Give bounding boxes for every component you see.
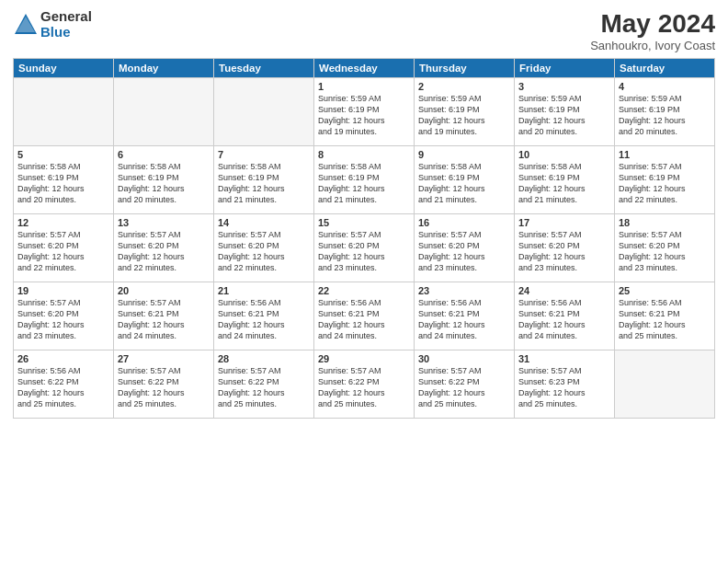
calendar-day-header: Wednesday (314, 59, 415, 78)
day-info: Sunrise: 5:58 AM Sunset: 6:19 PM Dayligh… (518, 161, 610, 206)
calendar-cell: 19Sunrise: 5:57 AM Sunset: 6:20 PM Dayli… (14, 282, 114, 350)
day-info: Sunrise: 5:59 AM Sunset: 6:19 PM Dayligh… (518, 93, 610, 138)
day-info: Sunrise: 5:57 AM Sunset: 6:20 PM Dayligh… (17, 229, 109, 274)
calendar-week-row: 19Sunrise: 5:57 AM Sunset: 6:20 PM Dayli… (14, 282, 715, 350)
calendar-week-row: 26Sunrise: 5:56 AM Sunset: 6:22 PM Dayli… (14, 350, 715, 419)
subtitle: Sanhoukro, Ivory Coast (590, 39, 715, 52)
svg-marker-1 (17, 17, 35, 32)
day-number: 16 (418, 217, 510, 228)
day-number: 2 (418, 81, 510, 92)
day-info: Sunrise: 5:58 AM Sunset: 6:19 PM Dayligh… (218, 161, 310, 206)
calendar-cell: 22Sunrise: 5:56 AM Sunset: 6:21 PM Dayli… (314, 282, 415, 350)
calendar-cell: 10Sunrise: 5:58 AM Sunset: 6:19 PM Dayli… (515, 146, 615, 214)
calendar-day-header: Thursday (415, 59, 515, 78)
day-number: 14 (218, 217, 310, 228)
day-number: 10 (518, 149, 610, 160)
calendar-cell: 25Sunrise: 5:56 AM Sunset: 6:21 PM Dayli… (615, 282, 715, 350)
calendar-header-row: SundayMondayTuesdayWednesdayThursdayFrid… (14, 59, 715, 78)
main-title: May 2024 (590, 9, 715, 39)
day-number: 29 (318, 353, 410, 364)
calendar-week-row: 5Sunrise: 5:58 AM Sunset: 6:19 PM Daylig… (14, 146, 715, 214)
calendar-cell: 21Sunrise: 5:56 AM Sunset: 6:21 PM Dayli… (214, 282, 314, 350)
day-info: Sunrise: 5:56 AM Sunset: 6:21 PM Dayligh… (619, 297, 711, 342)
logo-general: General (40, 9, 92, 25)
day-info: Sunrise: 5:58 AM Sunset: 6:19 PM Dayligh… (17, 161, 109, 206)
calendar-cell: 15Sunrise: 5:57 AM Sunset: 6:20 PM Dayli… (314, 214, 415, 282)
calendar-day-header: Tuesday (214, 59, 314, 78)
calendar-week-row: 12Sunrise: 5:57 AM Sunset: 6:20 PM Dayli… (14, 214, 715, 282)
calendar-cell: 1Sunrise: 5:59 AM Sunset: 6:19 PM Daylig… (314, 78, 415, 146)
calendar-cell: 14Sunrise: 5:57 AM Sunset: 6:20 PM Dayli… (214, 214, 314, 282)
calendar-cell: 18Sunrise: 5:57 AM Sunset: 6:20 PM Dayli… (615, 214, 715, 282)
day-info: Sunrise: 5:56 AM Sunset: 6:21 PM Dayligh… (518, 297, 610, 342)
day-number: 20 (118, 285, 210, 296)
calendar-cell (14, 78, 114, 146)
calendar-cell (114, 78, 214, 146)
header: General Blue May 2024 Sanhoukro, Ivory C… (13, 9, 715, 52)
day-number: 4 (619, 81, 711, 92)
day-number: 24 (518, 285, 610, 296)
day-info: Sunrise: 5:57 AM Sunset: 6:22 PM Dayligh… (318, 365, 410, 410)
day-number: 9 (418, 149, 510, 160)
day-info: Sunrise: 5:57 AM Sunset: 6:20 PM Dayligh… (17, 297, 109, 342)
day-number: 19 (17, 285, 109, 296)
day-number: 15 (318, 217, 410, 228)
calendar-cell: 2Sunrise: 5:59 AM Sunset: 6:19 PM Daylig… (415, 78, 515, 146)
day-number: 7 (218, 149, 310, 160)
day-info: Sunrise: 5:57 AM Sunset: 6:22 PM Dayligh… (118, 365, 210, 410)
day-number: 28 (218, 353, 310, 364)
day-number: 30 (418, 353, 510, 364)
day-number: 3 (518, 81, 610, 92)
day-info: Sunrise: 5:57 AM Sunset: 6:20 PM Dayligh… (218, 229, 310, 274)
calendar-cell: 28Sunrise: 5:57 AM Sunset: 6:22 PM Dayli… (214, 350, 314, 419)
day-number: 11 (619, 149, 711, 160)
day-info: Sunrise: 5:57 AM Sunset: 6:20 PM Dayligh… (619, 229, 711, 274)
calendar-cell: 4Sunrise: 5:59 AM Sunset: 6:19 PM Daylig… (615, 78, 715, 146)
logo-icon (13, 12, 39, 38)
calendar-day-header: Monday (114, 59, 214, 78)
day-number: 5 (17, 149, 109, 160)
calendar-cell (615, 350, 715, 419)
calendar-cell: 5Sunrise: 5:58 AM Sunset: 6:19 PM Daylig… (14, 146, 114, 214)
title-block: May 2024 Sanhoukro, Ivory Coast (590, 9, 715, 52)
day-info: Sunrise: 5:57 AM Sunset: 6:20 PM Dayligh… (518, 229, 610, 274)
calendar-cell: 12Sunrise: 5:57 AM Sunset: 6:20 PM Dayli… (14, 214, 114, 282)
calendar-cell: 9Sunrise: 5:58 AM Sunset: 6:19 PM Daylig… (415, 146, 515, 214)
day-number: 18 (619, 217, 711, 228)
day-info: Sunrise: 5:57 AM Sunset: 6:20 PM Dayligh… (118, 229, 210, 274)
day-number: 26 (17, 353, 109, 364)
day-number: 17 (518, 217, 610, 228)
calendar-cell: 30Sunrise: 5:57 AM Sunset: 6:22 PM Dayli… (415, 350, 515, 419)
day-number: 1 (318, 81, 410, 92)
calendar-cell: 24Sunrise: 5:56 AM Sunset: 6:21 PM Dayli… (515, 282, 615, 350)
day-info: Sunrise: 5:58 AM Sunset: 6:19 PM Dayligh… (318, 161, 410, 206)
calendar-cell (214, 78, 314, 146)
day-info: Sunrise: 5:59 AM Sunset: 6:19 PM Dayligh… (619, 93, 711, 138)
day-info: Sunrise: 5:56 AM Sunset: 6:21 PM Dayligh… (418, 297, 510, 342)
day-number: 23 (418, 285, 510, 296)
day-info: Sunrise: 5:57 AM Sunset: 6:22 PM Dayligh… (418, 365, 510, 410)
day-info: Sunrise: 5:56 AM Sunset: 6:21 PM Dayligh… (218, 297, 310, 342)
day-info: Sunrise: 5:57 AM Sunset: 6:21 PM Dayligh… (118, 297, 210, 342)
day-info: Sunrise: 5:57 AM Sunset: 6:23 PM Dayligh… (518, 365, 610, 410)
day-info: Sunrise: 5:56 AM Sunset: 6:22 PM Dayligh… (17, 365, 109, 410)
day-number: 13 (118, 217, 210, 228)
page: General Blue May 2024 Sanhoukro, Ivory C… (0, 0, 728, 563)
day-info: Sunrise: 5:57 AM Sunset: 6:19 PM Dayligh… (619, 161, 711, 206)
calendar-day-header: Sunday (14, 59, 114, 78)
calendar: SundayMondayTuesdayWednesdayThursdayFrid… (13, 58, 715, 419)
calendar-day-header: Saturday (615, 59, 715, 78)
calendar-day-header: Friday (515, 59, 615, 78)
calendar-cell: 3Sunrise: 5:59 AM Sunset: 6:19 PM Daylig… (515, 78, 615, 146)
day-number: 6 (118, 149, 210, 160)
day-number: 12 (17, 217, 109, 228)
day-number: 8 (318, 149, 410, 160)
calendar-cell: 29Sunrise: 5:57 AM Sunset: 6:22 PM Dayli… (314, 350, 415, 419)
day-number: 22 (318, 285, 410, 296)
day-info: Sunrise: 5:58 AM Sunset: 6:19 PM Dayligh… (418, 161, 510, 206)
calendar-cell: 6Sunrise: 5:58 AM Sunset: 6:19 PM Daylig… (114, 146, 214, 214)
day-info: Sunrise: 5:56 AM Sunset: 6:21 PM Dayligh… (318, 297, 410, 342)
calendar-cell: 27Sunrise: 5:57 AM Sunset: 6:22 PM Dayli… (114, 350, 214, 419)
calendar-week-row: 1Sunrise: 5:59 AM Sunset: 6:19 PM Daylig… (14, 78, 715, 146)
day-number: 25 (619, 285, 711, 296)
